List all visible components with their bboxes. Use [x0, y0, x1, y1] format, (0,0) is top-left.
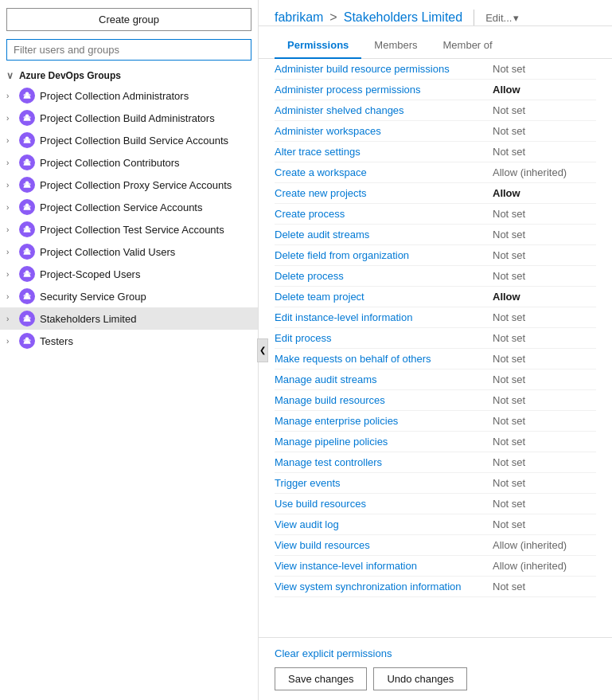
- tree-item-label: Stakeholders Limited: [40, 313, 136, 325]
- svg-point-5: [29, 116, 31, 119]
- sidebar-item-pcvu[interactable]: › Project Collection Valid Users: [0, 241, 258, 263]
- permission-name[interactable]: Manage audit streams: [275, 373, 493, 385]
- tree-item-label: Project-Scoped Users: [40, 268, 140, 280]
- permission-value[interactable]: Not set: [493, 477, 596, 489]
- permission-name[interactable]: Manage build resources: [275, 394, 493, 406]
- permissions-area: Administer build resource permissions No…: [259, 59, 612, 637]
- permission-name[interactable]: Administer process permissions: [275, 84, 493, 96]
- chevron-icon: ›: [6, 114, 18, 123]
- permission-row-p13: Edit instance-level information Not set: [275, 307, 596, 328]
- breadcrumb-parent-link[interactable]: fabrikam: [275, 10, 323, 25]
- save-changes-button[interactable]: Save changes: [275, 667, 367, 690]
- sidebar-item-ssg[interactable]: › Security Service Group: [0, 285, 258, 307]
- group-section-title: Azure DevOps Groups: [19, 70, 121, 81]
- group-section-label[interactable]: ∨ Azure DevOps Groups: [0, 67, 258, 84]
- permission-name[interactable]: View audit log: [275, 518, 493, 530]
- permission-value[interactable]: Not set: [493, 581, 596, 592]
- permission-value[interactable]: Not set: [493, 373, 596, 385]
- sidebar-item-pctsa[interactable]: › Project Collection Test Service Accoun…: [0, 218, 258, 241]
- permission-name[interactable]: View system synchronization information: [275, 581, 493, 592]
- permission-name[interactable]: Create new projects: [275, 187, 493, 199]
- sidebar-item-pcc[interactable]: › Project Collection Contributors: [0, 151, 258, 174]
- permission-value[interactable]: Not set: [493, 125, 596, 137]
- sidebar-item-psu[interactable]: › Project-Scoped Users: [0, 263, 258, 285]
- permission-value[interactable]: Allow: [493, 291, 596, 303]
- permission-value[interactable]: Not set: [493, 146, 596, 158]
- tree-items-container: › Project Collection Administrators › Pr…: [0, 84, 258, 352]
- permission-name[interactable]: Administer build resource permissions: [275, 63, 493, 75]
- permission-name[interactable]: Make requests on behalf of others: [275, 353, 493, 365]
- sidebar-item-pcbsa[interactable]: › Project Collection Build Service Accou…: [0, 129, 258, 151]
- svg-point-2: [29, 94, 31, 96]
- permission-row-p11: Delete process Not set: [275, 266, 596, 287]
- permission-name[interactable]: Delete field from organization: [275, 249, 493, 261]
- permission-name[interactable]: Delete process: [275, 270, 493, 282]
- permission-name[interactable]: Alter trace settings: [275, 146, 493, 158]
- permission-name[interactable]: Manage pipeline policies: [275, 436, 493, 448]
- sidebar-item-pca[interactable]: › Project Collection Administrators: [0, 84, 258, 107]
- permission-name[interactable]: Edit process: [275, 332, 493, 344]
- permission-row-p22: Use build resources Not set: [275, 494, 596, 514]
- chevron-icon: ›: [6, 158, 18, 167]
- sidebar-item-sl[interactable]: › Stakeholders Limited: [0, 307, 258, 330]
- permission-value[interactable]: Not set: [493, 436, 596, 448]
- permission-value[interactable]: Not set: [493, 394, 596, 406]
- permission-row-p19: Manage pipeline policies Not set: [275, 432, 596, 452]
- permission-name[interactable]: Administer workspaces: [275, 125, 493, 137]
- permission-value[interactable]: Not set: [493, 332, 596, 344]
- panel-collapse-button[interactable]: ❮: [257, 338, 268, 362]
- tree-item-label: Testers: [40, 335, 73, 347]
- group-avatar-icon: [19, 266, 35, 282]
- permission-row-p24: View build resources Allow (inherited): [275, 535, 596, 556]
- permission-name[interactable]: Use build resources: [275, 498, 493, 510]
- tab-permissions[interactable]: Permissions: [275, 33, 361, 59]
- permission-value[interactable]: Not set: [493, 498, 596, 510]
- permission-value[interactable]: Allow (inherited): [493, 560, 596, 572]
- permission-value[interactable]: Not set: [493, 249, 596, 261]
- permission-value[interactable]: Allow (inherited): [493, 539, 596, 551]
- permission-value[interactable]: Not set: [493, 415, 596, 427]
- tree-item-label: Project Collection Contributors: [40, 157, 180, 169]
- edit-button[interactable]: Edit... ▾: [485, 12, 519, 24]
- permission-value[interactable]: Not set: [493, 229, 596, 241]
- permission-name[interactable]: Create process: [275, 208, 493, 220]
- permission-value[interactable]: Allow: [493, 187, 596, 199]
- permission-name[interactable]: Manage test controllers: [275, 456, 493, 468]
- tab-members[interactable]: Members: [361, 33, 430, 59]
- undo-changes-button[interactable]: Undo changes: [373, 667, 467, 690]
- permission-name[interactable]: Create a workspace: [275, 166, 493, 178]
- permission-value[interactable]: Not set: [493, 353, 596, 365]
- permission-name[interactable]: Delete team project: [275, 291, 493, 303]
- permission-value[interactable]: Not set: [493, 270, 596, 282]
- permission-name[interactable]: Administer shelved changes: [275, 104, 493, 116]
- permission-value[interactable]: Not set: [493, 63, 596, 75]
- permission-value[interactable]: Allow: [493, 84, 596, 96]
- permission-name[interactable]: Manage enterprise policies: [275, 415, 493, 427]
- sidebar-item-pcba[interactable]: › Project Collection Build Administrator…: [0, 107, 258, 129]
- sidebar-item-pcsa[interactable]: › Project Collection Service Accounts: [0, 196, 258, 218]
- chevron-icon: ›: [6, 248, 18, 256]
- permission-name[interactable]: Trigger events: [275, 477, 493, 489]
- group-avatar-icon: [19, 333, 35, 349]
- permission-row-p6: Create a workspace Allow (inherited): [275, 162, 596, 183]
- tree-item-label: Project Collection Build Service Account…: [40, 135, 228, 147]
- tab-memberOf[interactable]: Member of: [431, 33, 505, 59]
- permission-value[interactable]: Not set: [493, 104, 596, 116]
- clear-permissions-link[interactable]: Clear explicit permissions: [275, 647, 392, 659]
- permission-row-p25: View instance-level information Allow (i…: [275, 556, 596, 577]
- permission-value[interactable]: Not set: [493, 456, 596, 468]
- tree-list: ∨ Azure DevOps Groups › Project Collecti…: [0, 67, 258, 700]
- permission-name[interactable]: Delete audit streams: [275, 229, 493, 241]
- filter-input[interactable]: [6, 39, 251, 61]
- sidebar-item-test[interactable]: › Testers: [0, 330, 258, 352]
- permission-name[interactable]: Edit instance-level information: [275, 311, 493, 323]
- permission-row-p10: Delete field from organization Not set: [275, 245, 596, 266]
- permission-value[interactable]: Not set: [493, 518, 596, 530]
- permission-name[interactable]: View build resources: [275, 539, 493, 551]
- create-group-button[interactable]: Create group: [6, 8, 251, 31]
- sidebar-item-pcpsa[interactable]: › Project Collection Proxy Service Accou…: [0, 174, 258, 196]
- permission-value[interactable]: Not set: [493, 311, 596, 323]
- permission-name[interactable]: View instance-level information: [275, 560, 493, 572]
- permission-value[interactable]: Allow (inherited): [493, 166, 596, 178]
- permission-value[interactable]: Not set: [493, 208, 596, 220]
